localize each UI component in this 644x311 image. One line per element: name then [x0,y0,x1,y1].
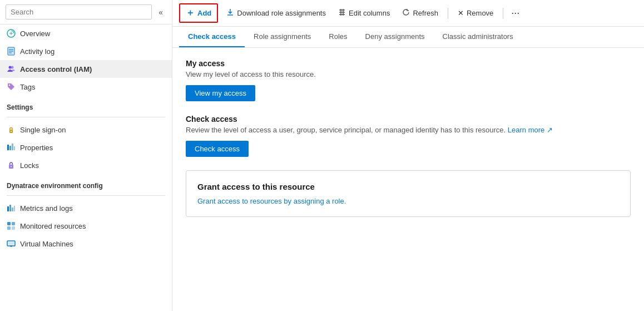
tags-icon [7,82,16,91]
sidebar-item-label: Overview [20,29,50,38]
sidebar-item-activity-log[interactable]: Activity log [0,42,172,60]
svg-point-9 [11,66,14,69]
download-icon [226,8,234,18]
view-my-access-button[interactable]: View my access [186,85,255,101]
svg-rect-23 [7,222,11,225]
sidebar-item-tags[interactable]: Tags [0,78,172,96]
tab-role-assignments[interactable]: Role assignments [245,27,320,47]
svg-point-10 [9,85,10,86]
sidebar-item-monitored[interactable]: Monitored resources [0,217,172,235]
search-input[interactable] [6,4,152,19]
settings-divider [7,117,165,117]
sidebar-item-label: Access control (IAM) [20,65,92,73]
svg-rect-26 [12,226,15,230]
svg-rect-15 [12,144,13,150]
tab-deny-assignments[interactable]: Deny assignments [356,27,434,47]
edit-columns-icon [338,8,346,18]
svg-rect-25 [7,226,11,230]
content-area: My access View my level of access to thi… [172,48,644,311]
svg-point-12 [11,131,12,132]
check-access-description: Review the level of access a user, group… [186,126,631,134]
svg-rect-28 [8,242,14,245]
tab-classic-admins[interactable]: Classic administrators [434,27,522,47]
remove-button[interactable]: ✕ Remove [452,6,499,21]
tab-bar: Check access Role assignments Roles Deny… [172,27,644,48]
access-control-icon [7,65,16,73]
sidebar-item-label: Tags [20,83,35,91]
toolbar-separator [448,8,448,19]
sidebar-item-label: Virtual Machines [20,240,73,248]
settings-section-label: Settings [0,96,172,113]
external-link-icon: ↗ [547,126,553,134]
svg-rect-22 [14,206,15,211]
svg-rect-24 [12,222,15,225]
refresh-button[interactable]: Refresh [396,5,444,21]
dynatrace-divider [7,195,165,196]
check-access-section: Check access Review the level of access … [186,115,631,157]
edit-columns-button[interactable]: Edit columns [332,5,396,21]
dynatrace-section-label: Dynatrace environment config [0,174,172,192]
plus-icon: ＋ [186,7,195,19]
sidebar-item-label: Single sign-on [20,126,66,134]
my-access-title: My access [186,59,631,68]
toolbar: ＋ Add Download role assignments Edit col… [172,0,644,27]
learn-more-link[interactable]: Learn more ↗ [508,126,553,134]
metrics-icon [7,204,16,213]
sidebar-item-overview[interactable]: Overview [0,24,172,42]
sidebar-item-label: Activity log [20,47,55,56]
activity-log-icon [7,47,16,56]
main-content: ＋ Add Download role assignments Edit col… [172,0,644,311]
refresh-icon [402,8,410,18]
sidebar-item-vms[interactable]: Virtual Machines [0,235,172,253]
sidebar-item-locks[interactable]: Locks [0,156,172,174]
check-access-title: Check access [186,115,631,124]
tab-check-access[interactable]: Check access [179,27,245,47]
my-access-section: My access View my level of access to thi… [186,59,631,101]
add-button[interactable]: ＋ Add [179,3,218,23]
sidebar-item-metrics[interactable]: Metrics and logs [0,199,172,217]
sidebar-item-access-control[interactable]: Access control (IAM) [0,60,172,78]
grant-access-card: Grant access to this resource Grant acce… [186,170,631,217]
grant-card-description: Grant access to resources by assigning a… [197,197,619,205]
grant-card-title: Grant access to this resource [197,182,619,191]
svg-rect-20 [9,205,11,211]
svg-rect-16 [14,146,15,150]
svg-rect-13 [7,145,9,150]
check-access-button[interactable]: Check access [186,141,249,157]
sidebar-item-label: Monitored resources [20,222,86,230]
vms-icon [7,239,16,248]
download-button[interactable]: Download role assignments [220,5,332,21]
locks-icon [7,161,16,170]
my-access-description: View my level of access to this resource… [186,70,631,78]
more-options-button[interactable]: ··· [507,5,524,21]
search-bar: « [0,0,172,24]
monitored-icon [7,221,16,230]
properties-icon [7,143,16,152]
collapse-button[interactable]: « [155,6,166,19]
sidebar-item-label: Locks [20,161,39,170]
tab-roles[interactable]: Roles [320,27,356,47]
sidebar: « Overview Activity log Access control (… [0,0,172,311]
overview-icon [7,29,16,38]
remove-icon: ✕ [458,9,464,17]
sso-icon [7,125,16,134]
sidebar-item-properties[interactable]: Properties [0,139,172,156]
svg-rect-14 [9,146,11,150]
svg-rect-21 [12,208,13,211]
sidebar-item-sso[interactable]: Single sign-on [0,121,172,139]
svg-rect-19 [7,206,9,211]
svg-point-18 [11,166,12,167]
toolbar-separator-2 [503,8,503,19]
sidebar-item-label: Properties [20,144,53,152]
sidebar-item-label: Metrics and logs [20,204,73,213]
